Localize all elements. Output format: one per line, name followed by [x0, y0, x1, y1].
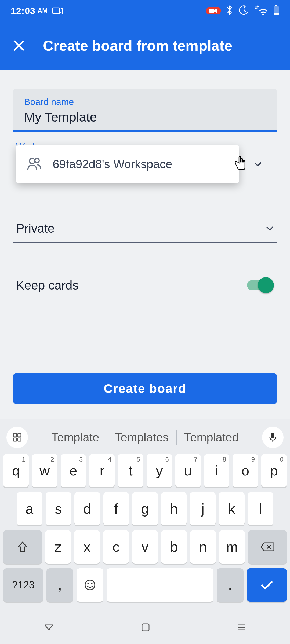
key-sup: 4 — [108, 456, 111, 463]
comma-key[interactable]: , — [46, 568, 73, 602]
status-left: 12:03 AM — [11, 6, 63, 16]
triangle-down-icon — [43, 623, 55, 631]
svg-rect-1 — [209, 9, 214, 13]
key-o[interactable]: o9 — [233, 454, 258, 487]
svg-rect-10 — [13, 438, 17, 441]
keep-cards-toggle[interactable] — [247, 278, 274, 293]
record-indicator-icon — [206, 7, 221, 14]
emoji-icon — [84, 579, 96, 591]
bluetooth-icon — [226, 5, 233, 17]
svg-rect-0 — [53, 8, 60, 14]
svg-point-2 — [262, 14, 264, 15]
key-p[interactable]: p0 — [261, 454, 287, 487]
keyboard-mic-button[interactable] — [262, 427, 284, 448]
key-u[interactable]: u7 — [175, 454, 201, 487]
key-row-4: ?123 , . — [3, 568, 287, 602]
key-row-3: zxcvbnm — [3, 530, 287, 564]
form-area: Board name Workspace 69fa92d8's Workspac… — [0, 70, 290, 404]
key-g[interactable]: g — [132, 492, 158, 525]
key-label: e — [70, 463, 77, 479]
key-label: d — [83, 501, 91, 517]
svg-point-14 — [85, 580, 95, 590]
key-h[interactable]: h — [161, 492, 187, 525]
key-sup: 0 — [280, 456, 284, 463]
svg-point-15 — [87, 583, 89, 584]
key-d[interactable]: d — [74, 492, 100, 525]
key-n[interactable]: n — [190, 530, 216, 564]
key-label: r — [100, 463, 104, 479]
board-name-input[interactable] — [24, 110, 266, 125]
close-button[interactable] — [11, 38, 27, 54]
svg-rect-11 — [18, 438, 21, 441]
suggestion-1[interactable]: Template — [44, 431, 107, 444]
key-q[interactable]: q1 — [3, 454, 29, 487]
key-k[interactable]: k — [219, 492, 245, 525]
key-sup: 6 — [165, 456, 169, 463]
cursor-hand-icon — [234, 156, 247, 172]
create-board-button[interactable]: Create board — [13, 373, 277, 404]
svg-point-16 — [91, 583, 92, 584]
microphone-icon — [269, 432, 277, 443]
key-l[interactable]: l — [248, 492, 274, 525]
key-label: b — [170, 539, 178, 555]
keyboard-apps-button[interactable] — [6, 427, 28, 448]
svg-rect-5 — [274, 13, 279, 15]
backspace-key[interactable] — [248, 530, 287, 564]
space-key[interactable] — [107, 568, 213, 602]
status-right — [206, 5, 279, 17]
board-name-field[interactable]: Board name — [13, 89, 277, 132]
toggle-knob — [258, 277, 274, 293]
key-label: m — [226, 539, 238, 555]
key-v[interactable]: v — [132, 530, 158, 564]
check-icon — [260, 580, 273, 590]
key-b[interactable]: b — [161, 530, 187, 564]
symbols-key[interactable]: ?123 — [3, 568, 43, 602]
key-label: w — [39, 463, 50, 479]
key-x[interactable]: x — [74, 530, 100, 564]
key-label: j — [201, 501, 204, 517]
key-label: k — [228, 501, 235, 517]
key-t[interactable]: t5 — [118, 454, 143, 487]
emoji-key[interactable] — [77, 568, 103, 602]
key-e[interactable]: e3 — [61, 454, 86, 487]
key-m[interactable]: m — [219, 530, 245, 564]
key-label: g — [141, 501, 149, 517]
suggestion-3[interactable]: Templated — [177, 431, 246, 444]
symbols-key-label: ?123 — [12, 579, 35, 591]
key-label: u — [184, 463, 192, 479]
key-a[interactable]: a — [17, 492, 42, 525]
key-f[interactable]: f — [103, 492, 129, 525]
key-j[interactable]: j — [190, 492, 216, 525]
visibility-dropdown[interactable]: Private — [13, 217, 277, 243]
key-s[interactable]: s — [46, 492, 71, 525]
status-time: 12:03 — [11, 6, 35, 16]
nav-recent-button[interactable] — [237, 623, 247, 632]
key-i[interactable]: i8 — [204, 454, 230, 487]
key-z[interactable]: z — [45, 530, 71, 564]
close-icon — [12, 39, 25, 52]
key-r[interactable]: r4 — [89, 454, 115, 487]
workspace-option[interactable]: 69fa92d8's Workspace — [16, 145, 239, 183]
key-c[interactable]: c — [103, 530, 129, 564]
key-label: x — [84, 539, 90, 555]
enter-key[interactable] — [247, 568, 287, 602]
suggestion-bar: Template Templates Templated — [0, 424, 290, 454]
app-bar: Create board from template — [0, 21, 290, 70]
period-key[interactable]: . — [217, 568, 244, 602]
suggestion-2[interactable]: Templates — [107, 431, 176, 444]
nav-home-button[interactable] — [141, 623, 150, 633]
workspace-value: 69fa92d8's Workspace — [53, 158, 172, 171]
key-sup: 1 — [22, 456, 25, 463]
key-label: t — [129, 463, 132, 479]
key-y[interactable]: y6 — [147, 454, 172, 487]
people-icon — [27, 157, 42, 171]
battery-icon — [273, 5, 279, 16]
visibility-value: Private — [16, 221, 55, 236]
nav-back-button[interactable] — [43, 623, 55, 632]
key-sup: 2 — [50, 456, 54, 463]
key-sup: 7 — [194, 456, 197, 463]
shift-key[interactable] — [3, 530, 42, 564]
comma-label: , — [58, 577, 62, 593]
key-w[interactable]: w2 — [32, 454, 57, 487]
status-bar: 12:03 AM — [0, 0, 290, 21]
